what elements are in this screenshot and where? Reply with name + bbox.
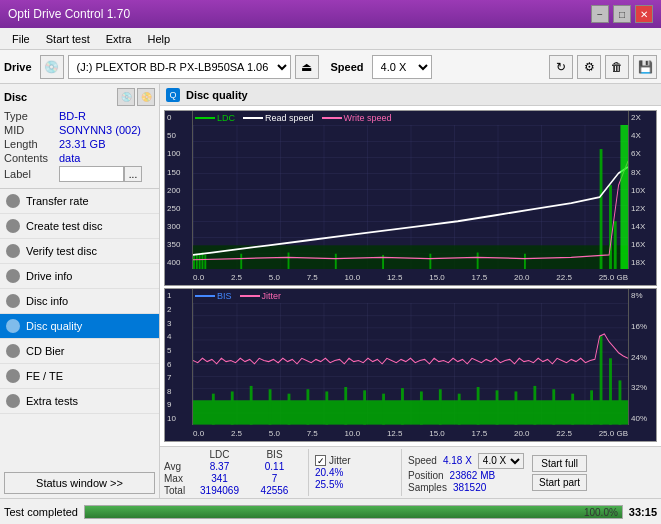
label-browse-button[interactable]: ... — [124, 166, 142, 182]
nav-fe-te[interactable]: FE / TE — [0, 364, 159, 389]
svg-rect-29 — [382, 394, 385, 425]
menu-start-test[interactable]: Start test — [38, 31, 98, 47]
svg-rect-3 — [196, 254, 198, 270]
length-value: 23.31 GB — [59, 138, 105, 150]
nav-disc-info[interactable]: Disc info — [0, 289, 159, 314]
jitter-dot — [240, 295, 260, 297]
menu-help[interactable]: Help — [139, 31, 178, 47]
settings-button[interactable]: ⚙ — [577, 55, 601, 79]
nav-create-test-disc[interactable]: Create test disc — [0, 214, 159, 239]
svg-rect-20 — [212, 394, 215, 425]
svg-rect-27 — [344, 387, 347, 425]
position-value: 23862 MB — [450, 470, 496, 481]
nav-drive-info[interactable]: Drive info — [0, 264, 159, 289]
stats-footer: LDC BIS Avg 8.37 0.11 — [160, 446, 661, 498]
write-speed-dot — [322, 117, 342, 119]
fe-te-icon — [6, 369, 20, 383]
svg-rect-34 — [477, 387, 480, 425]
window-controls: − □ ✕ — [591, 5, 653, 23]
start-part-button[interactable]: Start part — [532, 474, 587, 491]
svg-rect-23 — [269, 390, 272, 425]
svg-rect-2 — [193, 255, 195, 269]
label-input[interactable] — [59, 166, 124, 182]
nav-items: Transfer rate Create test disc Verify te… — [0, 189, 159, 468]
speed-select[interactable]: 4.0 X — [372, 55, 432, 79]
length-key: Length — [4, 138, 59, 150]
svg-rect-40 — [590, 391, 593, 425]
svg-rect-32 — [439, 390, 442, 425]
svg-rect-21 — [231, 392, 234, 425]
disc-quality-icon — [6, 319, 20, 333]
total-bis: 42556 — [247, 485, 302, 496]
svg-rect-11 — [429, 254, 431, 270]
dq-title: Disc quality — [186, 89, 248, 101]
nav-disc-quality[interactable]: Disc quality — [0, 314, 159, 339]
nav-cd-bier[interactable]: CD Bier — [0, 339, 159, 364]
svg-rect-30 — [401, 389, 404, 425]
start-buttons: Start full Start part — [532, 455, 587, 491]
drive-select[interactable]: (J:) PLEXTOR BD-R PX-LB950SA 1.06 — [68, 55, 291, 79]
ldc-bis-stats: LDC BIS Avg 8.37 0.11 — [164, 449, 302, 496]
chart1-legend: LDC Read speed Write speed — [195, 113, 391, 123]
refresh-button[interactable]: ↻ — [549, 55, 573, 79]
menu-extra[interactable]: Extra — [98, 31, 140, 47]
svg-rect-26 — [325, 392, 328, 425]
nav-transfer-rate[interactable]: Transfer rate — [0, 189, 159, 214]
maximize-button[interactable]: □ — [613, 5, 631, 23]
chart2-inner — [193, 303, 628, 425]
stats-headers: LDC BIS — [192, 449, 302, 460]
jitter-checkbox[interactable]: ✓ — [315, 455, 326, 466]
read-speed-legend: Read speed — [243, 113, 314, 123]
chart1-inner — [193, 125, 628, 269]
mid-value: SONYNN3 (002) — [59, 124, 141, 136]
svg-rect-19 — [193, 401, 628, 425]
ldc-header: LDC — [192, 449, 247, 460]
save-button[interactable]: 💾 — [633, 55, 657, 79]
speed-stat-value: 4.18 X — [443, 455, 472, 466]
menu-file[interactable]: File — [4, 31, 38, 47]
speed-row: Speed 4.18 X 4.0 X — [408, 453, 528, 469]
content-area: Q Disc quality LDC Read speed — [160, 84, 661, 498]
nav-verify-test-disc[interactable]: Verify test disc — [0, 239, 159, 264]
statusbar: Test completed 100.0% 33:15 — [0, 498, 661, 524]
status-text: Test completed — [4, 506, 78, 518]
dq-header: Q Disc quality — [160, 84, 661, 106]
svg-rect-7 — [240, 254, 242, 270]
close-button[interactable]: ✕ — [635, 5, 653, 23]
status-window-button[interactable]: Status window >> — [4, 472, 155, 494]
menubar: File Start test Extra Help — [0, 28, 661, 50]
max-row: Max 341 7 — [164, 473, 302, 484]
svg-rect-13 — [524, 254, 526, 270]
erase-button[interactable]: 🗑 — [605, 55, 629, 79]
svg-rect-33 — [458, 394, 461, 425]
start-full-button[interactable]: Start full — [532, 455, 587, 472]
label-key: Label — [4, 168, 59, 180]
speed-label: Speed — [331, 61, 364, 73]
svg-rect-6 — [204, 255, 206, 269]
app-title: Opti Drive Control 1.70 — [8, 7, 130, 21]
disc-info-icon — [6, 294, 20, 308]
speed-stat-select[interactable]: 4.0 X — [478, 453, 524, 469]
drive-info-icon — [6, 269, 20, 283]
svg-rect-38 — [552, 390, 555, 425]
titlebar: Opti Drive Control 1.70 − □ ✕ — [0, 0, 661, 28]
nav-extra-tests[interactable]: Extra tests — [0, 389, 159, 414]
dq-icon: Q — [166, 88, 180, 102]
max-ldc: 341 — [192, 473, 247, 484]
max-bis: 7 — [247, 473, 302, 484]
svg-rect-41 — [600, 337, 603, 425]
progress-text: 100.0% — [584, 506, 618, 517]
avg-row: Avg 8.37 0.11 — [164, 461, 302, 472]
avg-bis: 0.11 — [247, 461, 302, 472]
jitter-legend: Jitter — [240, 291, 282, 301]
svg-rect-31 — [420, 392, 423, 425]
speed-position-stats: Speed 4.18 X 4.0 X Position 23862 MB Sam… — [408, 453, 528, 493]
stats-row: LDC BIS Avg 8.37 0.11 — [164, 449, 657, 496]
minimize-button[interactable]: − — [591, 5, 609, 23]
svg-rect-24 — [288, 394, 291, 425]
eject-button[interactable]: ⏏ — [295, 55, 319, 79]
svg-rect-37 — [533, 386, 536, 425]
create-test-disc-icon — [6, 219, 20, 233]
contents-key: Contents — [4, 152, 59, 164]
cd-bier-icon — [6, 344, 20, 358]
